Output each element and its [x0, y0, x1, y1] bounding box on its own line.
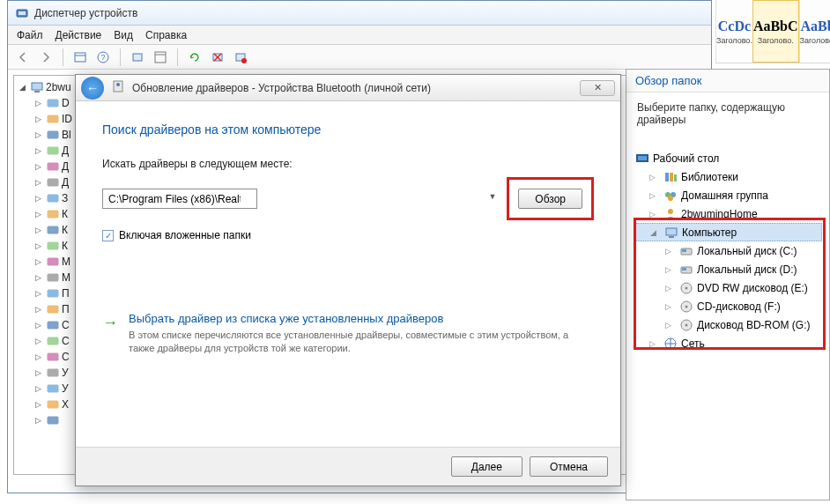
ftree-drive[interactable]: ▷ Локальный диск (D:) — [634, 260, 822, 278]
svg-point-13 — [241, 58, 247, 63]
dropdown-icon[interactable]: ▼ — [488, 192, 496, 201]
category-icon — [46, 413, 60, 427]
expand-icon[interactable]: ▷ — [649, 173, 660, 182]
expand-icon[interactable]: ▷ — [665, 321, 676, 330]
ftree-homegroup[interactable]: ▷ Домашняя группа — [634, 186, 822, 204]
folder-instruction: Выберите папку, содержащую драйверы — [634, 101, 822, 126]
tree-item-label: Bl — [62, 129, 71, 141]
ftree-network[interactable]: ▷ Сеть — [634, 334, 822, 352]
menu-file[interactable]: Файл — [17, 29, 43, 41]
expand-icon[interactable]: ▷ — [35, 352, 44, 361]
close-button[interactable]: ✕ — [580, 80, 615, 96]
svg-point-38 — [116, 83, 120, 86]
expand-icon[interactable]: ▷ — [665, 302, 676, 311]
ftree-drive-label: CD-дисковод (F:) — [697, 300, 781, 313]
expand-icon[interactable]: ▷ — [35, 273, 44, 282]
style-cell[interactable]: AaBb Заголово. — [799, 0, 830, 63]
toolbar-properties[interactable] — [151, 48, 170, 67]
expand-icon[interactable]: ▷ — [35, 99, 44, 107]
expand-icon[interactable]: ▷ — [35, 115, 44, 123]
expand-icon[interactable]: ▷ — [35, 194, 44, 203]
libraries-icon — [663, 170, 678, 184]
dialog-body: Поиск драйверов на этом компьютере Искат… — [76, 101, 620, 365]
ftree-network-label: Сеть — [681, 337, 705, 350]
menu-action[interactable]: Действие — [56, 29, 102, 41]
category-icon — [46, 96, 60, 110]
menu-view[interactable]: Вид — [114, 29, 133, 41]
checkbox-checked-icon[interactable]: ✓ — [102, 230, 114, 241]
expand-icon[interactable]: ▷ — [649, 191, 660, 200]
toolbar-show-hidden[interactable] — [70, 48, 90, 67]
expand-icon[interactable]: ▷ — [665, 265, 676, 274]
svg-rect-30 — [48, 322, 58, 329]
ftree-drive[interactable]: ▷ DVD RW дисковод (E:) — [634, 278, 822, 297]
svg-point-55 — [685, 286, 688, 289]
toolbar-forward[interactable] — [36, 48, 56, 67]
toolbar-scan[interactable] — [128, 48, 147, 67]
ftree-desktop[interactable]: Рабочий стол — [634, 149, 822, 167]
ftree-computer-label: Компьютер — [682, 226, 737, 239]
expand-icon[interactable]: ▷ — [35, 416, 44, 425]
cancel-button[interactable]: Отмена — [530, 456, 608, 477]
expand-icon[interactable]: ▷ — [35, 337, 44, 345]
path-row: ▼ Обзор — [102, 177, 594, 220]
tree-item-label: Д — [62, 176, 69, 189]
include-subfolders-row[interactable]: ✓ Включая вложенные папки — [102, 229, 594, 241]
toolbar-disable[interactable] — [231, 48, 250, 67]
style-cell[interactable]: CcDc Заголово. — [715, 0, 752, 63]
expand-icon[interactable]: ▷ — [35, 257, 44, 266]
ftree-drive[interactable]: ▷ Дисковод BD-ROM (G:) — [634, 315, 822, 334]
expand-icon[interactable]: ▷ — [35, 162, 44, 171]
driver-path-input[interactable] — [102, 189, 257, 209]
expand-icon[interactable]: ▷ — [35, 241, 44, 250]
svg-rect-42 — [670, 173, 673, 182]
expand-icon[interactable]: ▷ — [35, 210, 44, 219]
ftree-user[interactable]: ▷ 2bwumingHome — [634, 204, 822, 223]
expand-icon[interactable]: ▷ — [35, 178, 44, 187]
svg-rect-31 — [48, 337, 58, 345]
expand-icon[interactable]: ▷ — [649, 210, 660, 219]
ftree-computer[interactable]: ◢ Компьютер — [634, 223, 822, 241]
tree-item-label: С — [62, 335, 70, 347]
browse-button[interactable]: Обзор — [518, 189, 582, 209]
back-button[interactable]: ← — [81, 77, 104, 100]
ftree-libraries[interactable]: ▷ Библиотеки — [634, 167, 822, 186]
devmgr-icon — [15, 6, 29, 20]
toolbar-uninstall[interactable] — [208, 48, 227, 67]
collapse-icon[interactable]: ◢ — [650, 228, 661, 237]
collapse-icon[interactable]: ◢ — [19, 83, 28, 92]
expand-icon[interactable]: ▷ — [35, 146, 44, 155]
dialog-heading: Поиск драйверов на этом компьютере — [102, 122, 594, 137]
dialog-titlebar[interactable]: ← Обновление драйверов - Устройства Blue… — [76, 75, 620, 101]
expand-icon[interactable]: ▷ — [35, 305, 44, 314]
titlebar[interactable]: Диспетчер устройств — [8, 1, 711, 26]
expand-icon[interactable]: ▷ — [35, 289, 44, 298]
desktop-icon — [635, 152, 649, 166]
expand-icon[interactable]: ▷ — [35, 400, 44, 409]
ftree-drive[interactable]: ▷ Локальный диск (C:) — [634, 241, 822, 260]
toolbar-back[interactable] — [13, 48, 33, 67]
expand-icon[interactable]: ▷ — [35, 226, 44, 234]
expand-icon[interactable]: ▷ — [35, 368, 44, 377]
tree-item-label: M — [62, 256, 70, 268]
user-icon — [663, 207, 678, 221]
hdd-icon — [679, 263, 693, 277]
style-cell[interactable]: AaBbC Заголово. — [752, 0, 799, 63]
choose-from-list-block[interactable]: → Выбрать драйвер из списка уже установл… — [102, 312, 594, 356]
expand-icon[interactable]: ▷ — [649, 339, 660, 348]
expand-icon[interactable]: ▷ — [35, 130, 44, 139]
svg-rect-43 — [674, 174, 677, 182]
style-sample: CcDc — [718, 19, 751, 34]
next-button[interactable]: Далее — [451, 456, 522, 477]
toolbar-help-icon[interactable]: ? — [93, 48, 113, 67]
menu-help[interactable]: Справка — [145, 29, 187, 41]
expand-icon[interactable]: ▷ — [665, 284, 676, 293]
toolbar-update-driver[interactable] — [185, 48, 204, 67]
category-icon — [46, 350, 60, 364]
expand-icon[interactable]: ▷ — [35, 321, 44, 330]
tree-item-label: К — [62, 208, 68, 220]
tree-item-label: У — [62, 382, 69, 395]
expand-icon[interactable]: ▷ — [665, 247, 676, 256]
ftree-drive[interactable]: ▷ CD-дисковод (F:) — [634, 297, 822, 315]
expand-icon[interactable]: ▷ — [35, 384, 44, 393]
